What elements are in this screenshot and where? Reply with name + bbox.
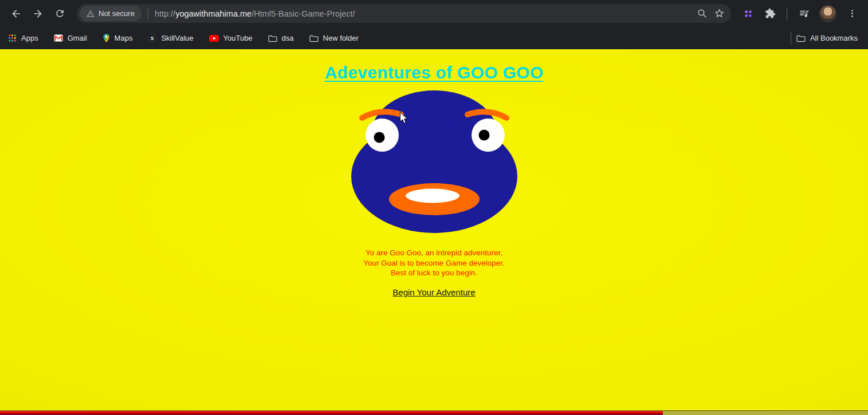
kebab-menu-icon[interactable] (842, 3, 862, 24)
forward-button[interactable] (28, 3, 48, 24)
reload-button[interactable] (49, 3, 70, 24)
toolbar-divider (787, 7, 787, 20)
page-title: Adeventures of GOO GOO (0, 49, 868, 82)
intro-line-3: Best of luck to you begin. (0, 268, 868, 278)
search-icon[interactable] (693, 5, 710, 22)
arrow-left-icon (10, 8, 22, 19)
profile-avatar[interactable] (819, 5, 836, 22)
bookmark-label: Maps (115, 34, 133, 42)
bookmark-label: Apps (21, 34, 38, 42)
bookmark-label: SkillValue (161, 34, 193, 42)
folder-icon (268, 34, 277, 42)
gmail-icon (54, 34, 63, 42)
bookmark-youtube[interactable]: YouTube (209, 34, 253, 42)
bookmark-folder-dsa[interactable]: dsa (268, 34, 294, 42)
extension-shortcut-icon[interactable] (738, 3, 759, 24)
back-button[interactable] (6, 3, 26, 24)
page-content: Adeventures of GOO GOO Yo are Goo Goo, a… (0, 49, 868, 415)
reload-icon (54, 8, 65, 19)
folder-icon (796, 34, 806, 42)
bookmarks-divider (791, 32, 791, 45)
bookmarks-bar: Apps Gmail Maps S SkillValue YouTube dsa… (0, 27, 868, 49)
url-scheme: http:// (155, 9, 175, 18)
security-chip[interactable]: Not secure (80, 6, 142, 21)
bookmark-folder-new[interactable]: New folder (309, 34, 359, 42)
browser-toolbar: Not secure http://yogawithmahima.me/Html… (0, 0, 868, 27)
bookmark-apps[interactable]: Apps (8, 34, 38, 42)
security-label: Not secure (99, 9, 135, 18)
intro-line-1: Yo are Goo Goo, an intrepid adventurer, (0, 248, 868, 258)
svg-text:S: S (151, 35, 154, 41)
url-path: /Html5-Basic-Game-Project/ (252, 9, 355, 18)
bookmark-maps[interactable]: Maps (103, 33, 133, 43)
all-bookmarks-label: All Bookmarks (810, 34, 858, 42)
arrow-right-icon (32, 8, 44, 19)
video-progress-fill (0, 411, 663, 415)
chip-divider (148, 9, 148, 19)
goo-goo-face (351, 89, 518, 234)
bookmark-star-icon[interactable] (710, 5, 728, 22)
bookmark-gmail[interactable]: Gmail (54, 34, 87, 42)
bookmark-label: dsa (282, 34, 294, 42)
begin-adventure-link[interactable]: Begin Your Adventure (392, 287, 475, 297)
url-text: http://yogawithmahima.me/Html5-Basic-Gam… (155, 9, 693, 18)
skillvalue-icon: S (148, 34, 156, 42)
extensions-puzzle-icon[interactable] (760, 3, 780, 24)
apps-grid-icon (8, 34, 17, 42)
bookmark-skillvalue[interactable]: S SkillValue (148, 34, 193, 42)
bookmark-label: Gmail (68, 34, 87, 42)
folder-icon (309, 34, 319, 42)
video-progress-bar[interactable] (0, 410, 868, 415)
media-queue-icon[interactable] (794, 3, 814, 24)
all-bookmarks-button[interactable]: All Bookmarks (796, 34, 858, 42)
warning-icon (87, 10, 95, 18)
url-host: yogawithmahima.me (175, 9, 252, 18)
maps-pin-icon (103, 33, 110, 43)
address-bar[interactable]: Not secure http://yogawithmahima.me/Html… (77, 4, 731, 23)
intro-text: Yo are Goo Goo, an intrepid adventurer, … (0, 248, 868, 278)
bookmark-label: New folder (323, 34, 359, 42)
intro-line-2: Your Goal is to become Game developer. (0, 258, 868, 268)
youtube-icon (209, 35, 219, 42)
bookmark-label: YouTube (223, 34, 253, 42)
